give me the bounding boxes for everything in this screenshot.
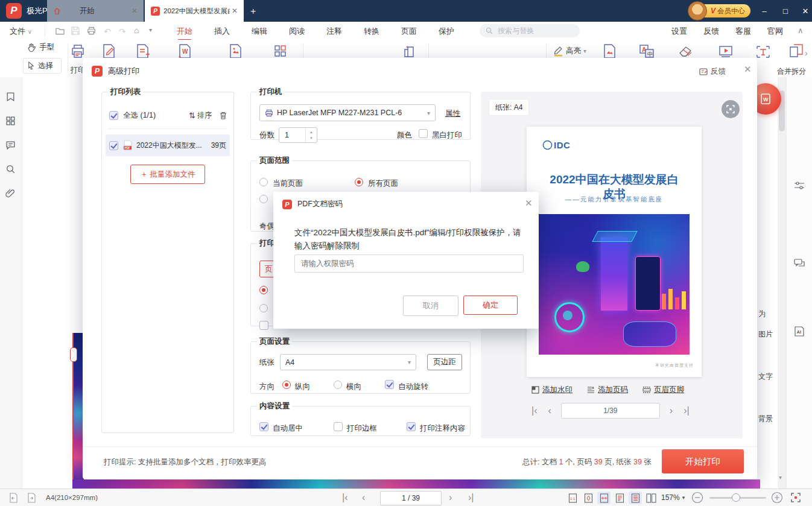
- hand-tool[interactable]: 手型: [27, 42, 54, 52]
- last-page-icon[interactable]: ›|: [684, 405, 689, 416]
- last-page-icon[interactable]: ›|: [468, 492, 474, 503]
- zoom-out-icon[interactable]: [691, 492, 703, 504]
- margins-button[interactable]: 页边距: [427, 354, 462, 370]
- to-word-icon[interactable]: W: [177, 43, 193, 59]
- menu-tab-read[interactable]: 阅读: [289, 26, 305, 37]
- window-maximize-button[interactable]: □: [776, 7, 795, 16]
- page-thumbnails-icon[interactable]: [273, 43, 288, 59]
- grayscale-checkbox[interactable]: [419, 129, 428, 138]
- print-mode-checkbox[interactable]: [259, 321, 268, 330]
- to-image-icon[interactable]: [228, 43, 244, 59]
- menu-website[interactable]: 官网: [767, 26, 783, 37]
- quick-print-icon[interactable]: [87, 27, 96, 35]
- bookmark-icon[interactable]: [5, 92, 16, 102]
- batch-add-files-button[interactable]: ＋ 批量添加文件: [130, 165, 205, 184]
- new-tab-button[interactable]: ＋: [249, 5, 258, 17]
- next-page-icon[interactable]: ›: [449, 492, 452, 503]
- portrait-radio[interactable]: [282, 381, 291, 389]
- add-watermark-link[interactable]: 添加水印: [542, 385, 573, 395]
- menu-tab-annotate[interactable]: 注释: [326, 26, 342, 37]
- add-doc-icon[interactable]: [135, 43, 151, 59]
- continuous-view-icon[interactable]: [629, 492, 642, 504]
- two-page-view-icon[interactable]: [644, 492, 658, 504]
- search-input[interactable]: [496, 26, 559, 36]
- preview-page-input[interactable]: [561, 403, 660, 419]
- actual-size-view-icon[interactable]: 1:1: [566, 492, 579, 504]
- confirm-button[interactable]: 确定: [463, 296, 518, 315]
- paper-size-select[interactable]: A4 ▾: [280, 354, 416, 370]
- ai-assistant-icon[interactable]: AI: [794, 326, 805, 337]
- select-tool[interactable]: 选择: [23, 58, 62, 74]
- printer-select[interactable]: HP LaserJet MFP M227-M231 PCL-6 ▾: [259, 104, 436, 121]
- menu-tab-convert[interactable]: 转换: [364, 26, 379, 37]
- menu-feedback[interactable]: 反馈: [703, 26, 719, 37]
- eraser-icon[interactable]: [678, 45, 694, 59]
- cancel-button[interactable]: 取消: [403, 296, 458, 316]
- member-avatar-lion[interactable]: [688, 1, 707, 21]
- save-icon[interactable]: [71, 27, 80, 35]
- tab-document[interactable]: P 2022中国大模型发展白皮书... ✕: [145, 0, 244, 22]
- stepper-arrows[interactable]: ▴▾: [305, 128, 317, 142]
- auto-center-checkbox[interactable]: [259, 422, 268, 431]
- add-page-number-link[interactable]: 添加页码: [598, 385, 628, 395]
- menu-tab-edit[interactable]: 编辑: [252, 26, 267, 37]
- attachment-icon[interactable]: [5, 188, 16, 198]
- play-media-icon[interactable]: [718, 45, 734, 59]
- print-tool[interactable]: [70, 43, 86, 59]
- current-page-radio[interactable]: [259, 178, 268, 186]
- printer-properties-link[interactable]: 属性: [445, 109, 460, 119]
- menu-tab-protect[interactable]: 保护: [439, 26, 454, 37]
- all-pages-radio[interactable]: [355, 178, 363, 186]
- menu-tab-home[interactable]: 开始: [177, 26, 192, 37]
- first-page-icon[interactable]: |‹: [531, 405, 537, 416]
- insert-image-icon[interactable]: [602, 43, 618, 59]
- comments-icon[interactable]: [5, 140, 16, 150]
- select-all-checkbox[interactable]: [109, 111, 118, 120]
- properties-sliders-icon[interactable]: [794, 181, 805, 191]
- fit-page-view-icon[interactable]: [582, 492, 595, 504]
- tab-home-close-icon[interactable]: ✕: [132, 7, 138, 15]
- chat-icon[interactable]: [794, 258, 805, 268]
- print-border-checkbox[interactable]: [334, 422, 343, 431]
- undo-icon[interactable]: ↶: [104, 27, 111, 36]
- copies-stepper[interactable]: 1 ▴▾: [279, 127, 317, 143]
- open-file-icon[interactable]: [56, 27, 65, 35]
- print-annotations-checkbox[interactable]: [407, 422, 416, 431]
- status-zoom-dropdown[interactable]: 157% ▾: [661, 493, 685, 502]
- menu-settings[interactable]: 设置: [671, 26, 687, 37]
- prev-view-icon[interactable]: [8, 493, 18, 503]
- prev-page-icon[interactable]: ‹: [548, 405, 551, 416]
- tab-document-close-icon[interactable]: ✕: [232, 7, 238, 15]
- modal-close-icon[interactable]: ✕: [525, 198, 533, 209]
- fit-width-view-icon[interactable]: [597, 492, 611, 504]
- scrollbar-track[interactable]: [778, 77, 786, 489]
- first-page-icon[interactable]: |‹: [342, 492, 347, 503]
- collapse-ribbon-icon[interactable]: ∧: [798, 26, 804, 35]
- status-page-input[interactable]: [380, 491, 442, 505]
- auto-rotate-checkbox[interactable]: [385, 380, 394, 389]
- file-checkbox[interactable]: [109, 141, 118, 150]
- next-page-icon[interactable]: ›: [670, 405, 673, 416]
- edit-doc-icon[interactable]: [101, 43, 117, 59]
- next-view-icon[interactable]: [27, 493, 36, 503]
- home-page-icon[interactable]: ⌂: [134, 25, 139, 35]
- selection-handle[interactable]: [70, 347, 77, 362]
- redo-icon[interactable]: ↷: [119, 27, 126, 36]
- start-print-button[interactable]: 开始打印: [662, 449, 744, 473]
- sort-button[interactable]: ⇅ 排序: [189, 110, 212, 121]
- menu-support[interactable]: 客服: [735, 26, 751, 37]
- print-list-item[interactable]: PDF 2022中国大模型发... 39页: [106, 134, 230, 156]
- dialog-close-icon[interactable]: ✕: [744, 64, 752, 75]
- window-minimize-button[interactable]: –: [755, 7, 773, 16]
- header-footer-link[interactable]: 页眉页脚: [654, 385, 684, 395]
- add-text-icon[interactable]: [755, 45, 771, 59]
- highlight-tool[interactable]: 高亮 ▾: [553, 45, 586, 57]
- tab-home[interactable]: 开始 ✕: [47, 0, 144, 22]
- custom-range-radio[interactable]: [259, 195, 268, 203]
- password-input[interactable]: [294, 255, 524, 273]
- preview-fullscreen-button[interactable]: [722, 100, 740, 118]
- delete-icon[interactable]: [219, 111, 227, 120]
- menu-tab-page[interactable]: 页面: [401, 26, 417, 37]
- merge-split-icon[interactable]: [788, 43, 805, 59]
- thumbnails-icon[interactable]: [5, 116, 16, 126]
